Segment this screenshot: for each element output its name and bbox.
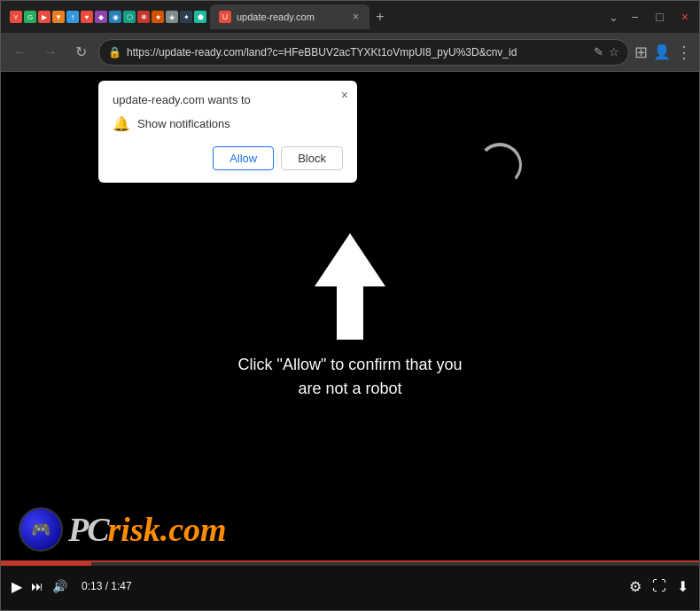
popup-permission-row: 🔔 Show notifications: [113, 115, 343, 132]
close-button[interactable]: ×: [676, 8, 694, 26]
allow-button[interactable]: Allow: [213, 146, 274, 170]
download-button[interactable]: ⬇: [677, 578, 688, 595]
active-tab[interactable]: U update-ready.com ×: [210, 4, 369, 29]
video-right-controls: ⚙ ⛶ ⬇: [629, 578, 688, 595]
click-text-content: Click "Allow" to confirm that youare not…: [238, 356, 463, 397]
active-tab-favicon: U: [219, 11, 231, 23]
address-actions: ✎ ☆: [594, 45, 619, 59]
favicon-10: ❋: [137, 11, 150, 23]
address-bar[interactable]: 🔒 https://update-ready.com/land?c=HFeBBU…: [98, 39, 629, 66]
fullscreen-button[interactable]: ⛶: [652, 578, 666, 594]
skip-button[interactable]: ⏭: [31, 579, 43, 593]
popup-title: update-ready.com wants to: [113, 93, 343, 106]
forward-button[interactable]: →: [38, 40, 63, 65]
notification-popup: × update-ready.com wants to 🔔 Show notif…: [98, 81, 357, 183]
menu-icon[interactable]: ⋮: [676, 43, 692, 62]
favicon-3: ▶: [38, 11, 51, 23]
popup-buttons: Allow Block: [113, 146, 343, 170]
favicon-11: ★: [152, 11, 164, 23]
spinner-animation: [478, 143, 522, 187]
progress-track: [1, 562, 699, 566]
tabs-row: Y G ▶ ▼ f ♥ ◆ ◉ ⬡ ❋ ★ ◈ ✦ ⬟ U update-rea…: [6, 4, 598, 29]
profile-icon[interactable]: 👤: [653, 43, 671, 60]
tab-title: update-ready.com: [237, 12, 346, 22]
reload-button[interactable]: ↻: [68, 40, 93, 65]
back-button[interactable]: ←: [8, 40, 33, 65]
risk-text: risk.com: [108, 510, 227, 549]
svg-marker-0: [315, 233, 385, 340]
address-text: https://update-ready.com/land?c=HFeBBUV2…: [127, 46, 588, 59]
pcrisk-logo: 🎮 PC risk.com: [19, 507, 227, 552]
favicon-8: ◉: [109, 11, 121, 23]
new-tab-button[interactable]: +: [369, 6, 391, 27]
extensions-icon[interactable]: ⊞: [634, 43, 648, 62]
logo-ball: 🎮: [19, 507, 63, 552]
favicon-6: ♥: [81, 11, 93, 23]
page-content: × update-ready.com wants to 🔔 Show notif…: [1, 72, 699, 610]
favicon-9: ⬡: [123, 11, 136, 23]
play-button[interactable]: ▶: [12, 578, 22, 595]
progress-fill: [1, 562, 91, 566]
lock-icon: 🔒: [108, 46, 121, 59]
favicon-14: ⬟: [194, 11, 206, 23]
browser-window: Y G ▶ ▼ f ♥ ◆ ◉ ⬡ ❋ ★ ◈ ✦ ⬟ U update-rea…: [0, 0, 700, 611]
toolbar: ← → ↻ 🔒 https://update-ready.com/land?c=…: [1, 33, 699, 72]
maximize-button[interactable]: □: [650, 8, 668, 26]
favicon-5: f: [66, 11, 79, 23]
favicon-1: Y: [10, 11, 22, 23]
click-allow-text: Click "Allow" to confirm that youare not…: [238, 353, 463, 401]
pc-text: PC: [68, 510, 108, 549]
popup-close-button[interactable]: ×: [341, 88, 348, 102]
block-button[interactable]: Block: [281, 146, 343, 170]
title-bar: Y G ▶ ▼ f ♥ ◆ ◉ ⬡ ❋ ★ ◈ ✦ ⬟ U update-rea…: [1, 1, 699, 33]
volume-button[interactable]: 🔊: [52, 579, 67, 593]
arrow-up-icon: [306, 229, 394, 344]
tab-close-btn[interactable]: ×: [351, 9, 361, 25]
edit-icon[interactable]: ✎: [594, 45, 603, 59]
favicon-13: ✦: [180, 11, 192, 23]
time-display: 0:13 / 1:47: [82, 580, 132, 592]
permission-text: Show notifications: [137, 117, 230, 130]
window-controls: ⌄ − □ ×: [609, 8, 694, 26]
toolbar-right: ⊞ 👤 ⋮: [634, 43, 692, 62]
bell-icon: 🔔: [113, 115, 130, 132]
video-controls-bar: ▶ ⏭ 🔊 0:13 / 1:47 ⚙ ⛶ ⬇: [1, 560, 699, 610]
favicon-12: ◈: [166, 11, 178, 23]
favicon-2: G: [24, 11, 36, 23]
minimize-button[interactable]: −: [626, 8, 643, 26]
settings-button[interactable]: ⚙: [629, 578, 642, 595]
bookmark-icon[interactable]: ☆: [609, 45, 619, 59]
logo-text: PC risk.com: [68, 510, 227, 549]
chevron-icon[interactable]: ⌄: [609, 11, 618, 24]
favicon-7: ◆: [95, 11, 107, 23]
favicon-4: ▼: [52, 11, 65, 23]
loading-spinner: [478, 143, 522, 187]
